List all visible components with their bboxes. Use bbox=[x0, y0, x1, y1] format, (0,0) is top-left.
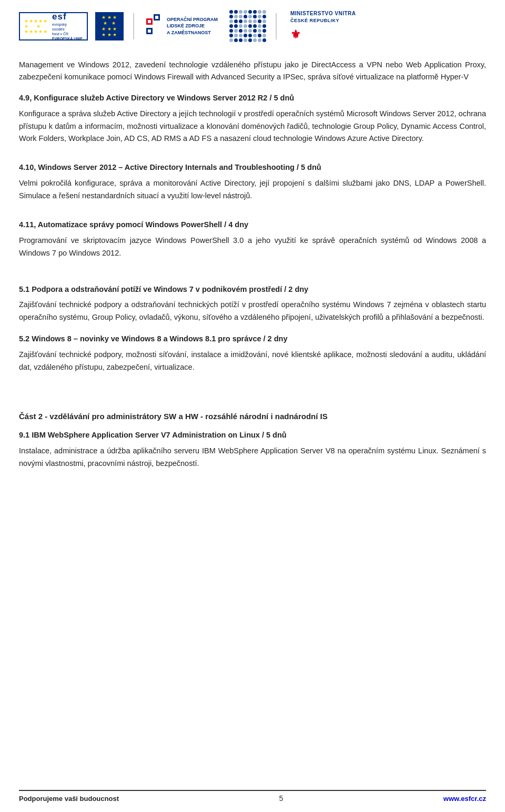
esf-left: ★★★★★★ ★★★★★★ bbox=[24, 18, 48, 34]
section-4-11: 4.11, Automatizace správy pomocí Windows… bbox=[19, 219, 486, 260]
footer: Podporujeme vaši budoucnost 5 www.esfcr.… bbox=[19, 790, 486, 803]
section-4-9: 4.9, Konfigurace služeb Active Directory… bbox=[19, 93, 486, 146]
spacer3 bbox=[19, 269, 486, 284]
dots-grid bbox=[229, 10, 266, 42]
logo-mvcr: MINISTERSTVO VNITRA ČESKÉ REPUBLIKY ⚜ bbox=[290, 9, 356, 43]
footer-url: www.esfcr.cz bbox=[443, 795, 486, 803]
header: ★★★★★★ ★★★★★★ esf evropskýsociálnífond v… bbox=[0, 0, 505, 49]
svg-rect-1 bbox=[148, 20, 151, 23]
section-4-11-body: Programování ve skriptovacím jazyce Wind… bbox=[19, 235, 486, 260]
page: ★★★★★★ ★★★★★★ esf evropskýsociálnífond v… bbox=[0, 0, 505, 812]
section-9-1: 9.1 IBM WebSphere Application Server V7 … bbox=[19, 430, 486, 470]
esf-stars: ★★★★★★ ★★★★★★ bbox=[24, 18, 48, 34]
svg-rect-3 bbox=[155, 16, 158, 19]
mvcr-title: MINISTERSTVO VNITRA bbox=[290, 9, 356, 17]
section-5-2: 5.2 Windows 8 – novinky ve Windows 8 a W… bbox=[19, 333, 486, 374]
section-4-10-title: 4.10, Windows Server 2012 – Active Direc… bbox=[19, 162, 486, 174]
content: Management ve Windows 2012, zavedení tec… bbox=[0, 49, 505, 489]
intro-paragraph: Management ve Windows 2012, zavedení tec… bbox=[19, 59, 486, 83]
section-5-2-title: 5.2 Windows 8 – novinky ve Windows 8 a W… bbox=[19, 333, 486, 345]
logo-esf: ★★★★★★ ★★★★★★ esf evropskýsociálnífond v… bbox=[19, 12, 88, 40]
separator2 bbox=[276, 13, 277, 39]
spacer4 bbox=[19, 383, 486, 398]
section-4-11-title: 4.11, Automatizace správy pomocí Windows… bbox=[19, 219, 486, 231]
oplz-icon bbox=[144, 12, 163, 40]
section-4-9-title: 4.9, Konfigurace služeb Active Directory… bbox=[19, 93, 486, 104]
esf-text-block: esf evropskýsociálnífond v ČREVROPSKÁ UN… bbox=[52, 12, 83, 41]
section-9-1-title: 9.1 IBM WebSphere Application Server V7 … bbox=[19, 430, 486, 441]
footer-page-number: 5 bbox=[279, 794, 284, 803]
header-logos: ★★★★★★ ★★★★★★ esf evropskýsociálnífond v… bbox=[19, 9, 486, 43]
section-4-10: 4.10, Windows Server 2012 – Active Direc… bbox=[19, 162, 486, 202]
section-4-10-body: Velmi pokročilá konfigurace, správa a mo… bbox=[19, 177, 486, 202]
oplz-svg bbox=[145, 13, 161, 39]
section-5-1-body: Zajišťování technické podpory a odstraňo… bbox=[19, 299, 486, 324]
section-9-1-body: Instalace, administrace a údržba aplikač… bbox=[19, 445, 486, 470]
section-5-1: 5.1 Podpora a odstraňování potíží ve Win… bbox=[19, 284, 486, 324]
esf-logo-main: esf bbox=[52, 12, 83, 22]
separator1 bbox=[133, 13, 134, 39]
svg-rect-5 bbox=[148, 29, 151, 33]
section-5-2-body: Zajišťování technické podpory, možnosti … bbox=[19, 349, 486, 374]
eu-stars: ★ ★ ★★ ★★ ★ ★★ ★ ★ bbox=[102, 15, 117, 37]
section-5-1-title: 5.1 Podpora a odstraňování potíží ve Win… bbox=[19, 284, 486, 296]
spacer2 bbox=[19, 212, 486, 219]
oplz-text: OPERAČNÍ PROGRAM LIDSKÉ ZDROJE A ZAMĚSTN… bbox=[167, 16, 218, 36]
logo-oplz: OPERAČNÍ PROGRAM LIDSKÉ ZDROJE A ZAMĚSTN… bbox=[144, 12, 218, 40]
footer-left: Podporujeme vaši budoucnost bbox=[19, 795, 119, 803]
mvcr-subtitle: ČESKÉ REPUBLIKY bbox=[290, 17, 339, 25]
part2-title: Část 2 - vzdělávání pro administrátory S… bbox=[19, 411, 486, 423]
spacer1 bbox=[19, 155, 486, 162]
esf-logo-sub: evropskýsociálnífond v ČREVROPSKÁ UNIE bbox=[52, 22, 83, 41]
logo-eu: ★ ★ ★★ ★★ ★ ★★ ★ ★ bbox=[95, 12, 124, 40]
section-4-9-body: Konfigurace a správa služeb Active Direc… bbox=[19, 108, 486, 146]
czech-lion-icon: ⚜ bbox=[290, 26, 301, 43]
